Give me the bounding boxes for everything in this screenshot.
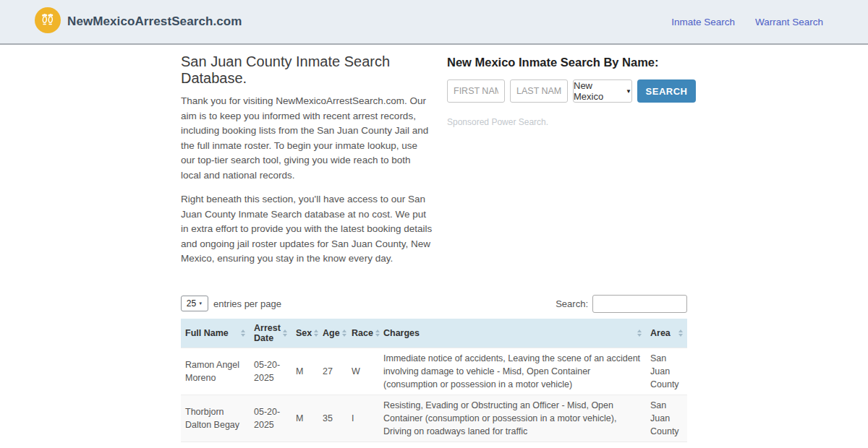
col-header-arrest-date: Arrest Date: [250, 319, 292, 348]
table-header-row: Full Name Arrest Date Sex Age Race Charg…: [181, 319, 687, 348]
table-row[interactable]: Thorbjorn Dalton Begay 05-20-2025 M 35 I…: [181, 395, 687, 442]
page-size-value: 25: [187, 298, 196, 309]
sort-charges[interactable]: [637, 329, 642, 337]
cell-sex: M: [292, 348, 318, 395]
cell-charges: Resisting, Evading or Obstructing an Off…: [379, 395, 646, 442]
top-nav: Inmate Search Warrant Search: [671, 17, 823, 27]
cell-full-name: Thorbjorn Dalton Begay: [181, 395, 250, 442]
col-header-age: Age: [318, 319, 347, 348]
page-size-select[interactable]: 25 ▼: [181, 296, 208, 311]
col-header-sex: Sex: [292, 319, 318, 348]
site-header: NewMexicoArrestSearch.com Inmate Search …: [0, 0, 868, 45]
chevron-down-icon: ▼: [198, 301, 203, 306]
sort-age[interactable]: [342, 329, 346, 337]
inmate-table: Full Name Arrest Date Sex Age Race Charg…: [181, 319, 687, 448]
state-select-value: New Mexico: [574, 80, 622, 102]
table-row[interactable]: Ramon Angel Moreno 05-20-2025 M 27 W Imm…: [181, 348, 687, 395]
cell-area: San Juan County: [646, 348, 687, 395]
sort-area[interactable]: [678, 329, 683, 337]
state-select[interactable]: New Mexico ▼: [573, 79, 632, 103]
first-name-input[interactable]: [447, 79, 505, 103]
entries-per-page: 25 ▼ entries per page: [181, 296, 281, 311]
col-header-charges: Charges: [379, 319, 646, 348]
search-button[interactable]: SEARCH: [637, 79, 696, 103]
cell-arrest-date: 05-20-2025: [250, 395, 292, 442]
cell-race: I: [347, 442, 379, 448]
sponsored-note: Sponsored Power Search.: [447, 117, 696, 127]
sort-arrest-date[interactable]: [283, 329, 287, 337]
main-container: San Juan County Inmate Search Database. …: [181, 53, 687, 448]
col-header-race: Race: [347, 319, 379, 348]
col-header-full-name: Full Name: [181, 319, 250, 348]
brand-name: NewMexicoArrestSearch.com: [67, 14, 242, 29]
cell-sex: M: [292, 442, 318, 448]
sort-race[interactable]: [375, 329, 380, 337]
cell-charges: Petit Larceny POCKET PICKING, Concealing…: [379, 442, 646, 448]
cell-area: San Juan County: [646, 442, 687, 448]
cell-charges: Immediate notice of accidents, Leaving t…: [379, 348, 646, 395]
intro-section: San Juan County Inmate Search Database. …: [181, 53, 433, 276]
table-controls: 25 ▼ entries per page Search:: [181, 295, 687, 313]
name-search-form: New Mexico ▼ SEARCH: [447, 79, 696, 103]
table-search-label: Search:: [556, 298, 588, 309]
entries-label: entries per page: [213, 298, 281, 309]
sort-full-name[interactable]: [241, 329, 245, 337]
nav-inmate-search[interactable]: Inmate Search: [671, 17, 735, 27]
intro-paragraph-2: Right beneath this section, you'll have …: [181, 192, 433, 267]
cell-age: 28: [318, 442, 347, 448]
intro-paragraph-1: Thank you for visiting NewMexicoArrestSe…: [181, 94, 433, 183]
cell-full-name: Ramon Angel Moreno: [181, 348, 250, 395]
cell-sex: M: [292, 395, 318, 442]
cell-age: 27: [318, 348, 347, 395]
cell-arrest-date: 05-20-2025: [250, 442, 292, 448]
last-name-input[interactable]: [510, 79, 568, 103]
sort-sex[interactable]: [314, 329, 318, 337]
table-search: Search:: [556, 295, 687, 313]
chevron-down-icon: ▼: [626, 88, 631, 95]
footprints-logo-icon: [35, 7, 61, 36]
cell-age: 35: [318, 395, 347, 442]
nav-warrant-search[interactable]: Warrant Search: [755, 17, 823, 27]
table-row[interactable]: Dominick Frayen Jackson 05-20-2025 M 28 …: [181, 442, 687, 448]
table-search-input[interactable]: [592, 295, 687, 313]
col-header-area: Area: [646, 319, 687, 348]
search-panel-heading: New Mexico Inmate Search By Name:: [447, 56, 696, 69]
cell-arrest-date: 05-20-2025: [250, 348, 292, 395]
brand-logo[interactable]: NewMexicoArrestSearch.com: [35, 7, 242, 36]
page-title: San Juan County Inmate Search Database.: [181, 53, 433, 87]
cell-race: I: [347, 395, 379, 442]
cell-area: San Juan County: [646, 395, 687, 442]
inmate-table-body: Ramon Angel Moreno 05-20-2025 M 27 W Imm…: [181, 348, 687, 448]
search-panel: New Mexico Inmate Search By Name: New Me…: [441, 53, 696, 276]
cell-race: W: [347, 348, 379, 395]
cell-full-name: Dominick Frayen Jackson: [181, 442, 250, 448]
